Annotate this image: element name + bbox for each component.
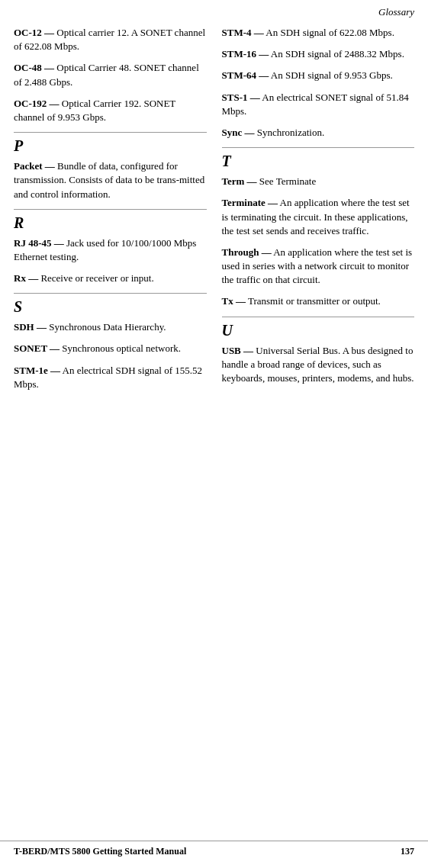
section-letter: U [222, 322, 415, 339]
content-area: OC-12 — Optical carrier 12. A SONET chan… [0, 21, 428, 399]
section-divider [222, 147, 415, 148]
list-item: SONET — Synchronous optical network. [14, 342, 207, 355]
section-letter: P [14, 137, 207, 155]
entry-term: Through [222, 246, 259, 258]
entry-term: SONET [14, 342, 47, 354]
section-divider [222, 317, 415, 317]
section-letter: R [14, 214, 207, 232]
entry-term: OC-12 [14, 27, 42, 38]
entry-term: STM-1e [14, 365, 48, 376]
entry-dash: — [241, 345, 253, 356]
entry-term: SDH [14, 321, 34, 333]
entry-dash: — [26, 272, 38, 284]
entry-dash: — [244, 175, 256, 187]
entry-term: Rx [14, 272, 26, 284]
entry-term: STM-16 [222, 48, 257, 59]
list-item: USB — Universal Serial Bus. A bus design… [222, 344, 415, 386]
entry-dash: — [42, 27, 54, 38]
entry-term: Term [222, 175, 245, 187]
entry-body: Synchronous Data Hierarchy. [47, 321, 166, 333]
list-item: RJ 48-45 — Jack used for 10/100/1000 Mbp… [14, 236, 207, 264]
left-column: OC-12 — Optical carrier 12. A SONET chan… [14, 26, 214, 399]
entry-dash: — [252, 27, 264, 38]
list-item: STM-4 — An SDH signal of 622.08 Mbps. [222, 26, 415, 40]
list-item: STM-1e — An electrical SDH signal of 155… [14, 364, 207, 391]
entry-dash: — [259, 246, 271, 258]
entry-dash: — [51, 237, 63, 249]
entry-term: Packet [14, 160, 43, 172]
entry-term: RJ 48-45 [14, 237, 51, 249]
footer-left: T-BERD/MTS 5800 Getting Started Manual [14, 846, 186, 857]
entry-term: Tx [222, 295, 233, 307]
entry-body: An SDH signal of 9.953 Gbps. [269, 69, 393, 81]
right-column: STM-4 — An SDH signal of 622.08 Mbps.STM… [214, 26, 415, 399]
entry-dash: — [48, 365, 60, 376]
list-item: Terminate — An application where the tes… [222, 196, 415, 238]
entry-term: STM-4 [222, 27, 252, 38]
page-footer: T-BERD/MTS 5800 Getting Started Manual 1… [0, 841, 428, 857]
section-letter: T [222, 153, 415, 170]
section-letter: S [14, 298, 207, 316]
entry-body: Synchronization. [254, 127, 324, 138]
entry-dash: — [256, 69, 269, 81]
footer-right: 137 [401, 846, 414, 857]
entry-dash: — [42, 62, 54, 73]
list-item: STM-64 — An SDH signal of 9.953 Gbps. [222, 69, 415, 82]
page-header: Glossary [0, 0, 428, 21]
list-item: Tx — Transmit or transmitter or output. [222, 294, 415, 308]
entry-body: Receive or receiver or input. [38, 272, 154, 284]
entry-dash: — [233, 295, 246, 307]
entry-dash: — [256, 48, 269, 59]
list-item: Packet — Bundle of data, configured for … [14, 159, 207, 201]
entry-term: USB [222, 345, 241, 356]
entry-body: An SDH signal of 2488.32 Mbps. [269, 48, 404, 59]
list-item: OC-48 — Optical Carrier 48. SONET channe… [14, 61, 207, 88]
entry-body: See Terminate [257, 175, 317, 187]
header-title: Glossary [378, 6, 414, 18]
entry-dash: — [34, 321, 47, 333]
list-item: OC-192 — Optical Carrier 192. SONET chan… [14, 97, 207, 124]
entry-term: STM-64 [222, 69, 257, 81]
entry-term: STS-1 [222, 92, 248, 103]
entry-term: Terminate [222, 197, 265, 208]
list-item: OC-12 — Optical carrier 12. A SONET chan… [14, 26, 207, 53]
entry-dash: — [265, 197, 278, 208]
entry-dash: — [247, 92, 259, 103]
list-item: Term — See Terminate [222, 175, 415, 188]
entry-dash: — [47, 342, 60, 354]
entry-term: OC-48 [14, 62, 42, 73]
section-divider [14, 209, 207, 210]
list-item: Through — An application where the test … [222, 246, 415, 288]
entry-term: OC-192 [14, 98, 47, 109]
list-item: STM-16 — An SDH signal of 2488.32 Mbps. [222, 47, 415, 61]
entry-body: Synchronous optical network. [60, 342, 181, 354]
section-divider [14, 293, 207, 294]
section-divider [14, 132, 207, 133]
entry-dash: — [242, 127, 254, 138]
list-item: STS-1 — An electrical SONET signal of 51… [222, 91, 415, 118]
list-item: Sync — Synchronization. [222, 126, 415, 140]
list-item: Rx — Receive or receiver or input. [14, 272, 207, 285]
entry-body: Transmit or transmitter or output. [246, 295, 381, 307]
list-item: SDH — Synchronous Data Hierarchy. [14, 320, 207, 334]
entry-body: An SDH signal of 622.08 Mbps. [264, 27, 394, 38]
entry-dash: — [43, 160, 55, 172]
entry-term: Sync [222, 127, 243, 138]
entry-dash: — [47, 98, 59, 109]
